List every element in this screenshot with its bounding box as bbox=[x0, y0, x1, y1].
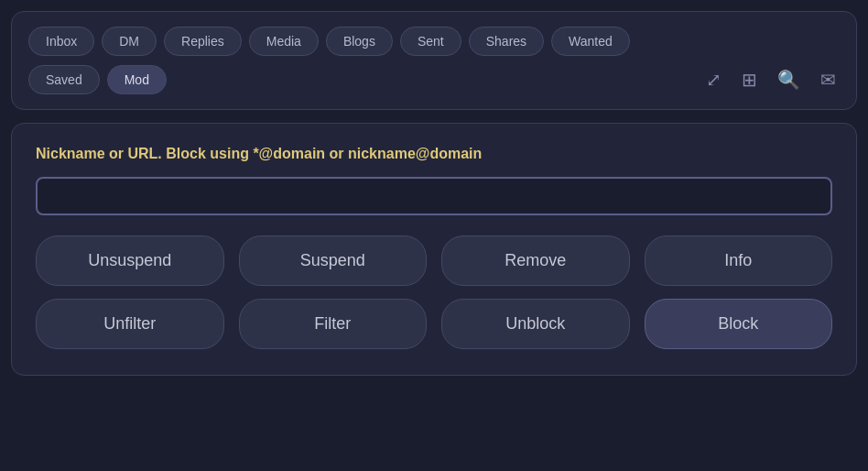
action-btn-filter[interactable]: Filter bbox=[239, 299, 428, 349]
tab-dm[interactable]: DM bbox=[102, 27, 157, 56]
search-icon[interactable]: 🔍 bbox=[774, 65, 804, 94]
action-btn-unsuspend[interactable]: Unsuspend bbox=[36, 236, 224, 286]
action-btn-suspend[interactable]: Suspend bbox=[239, 236, 428, 286]
tab-row-2: SavedMod⤢⊞🔍✉ bbox=[28, 65, 840, 94]
action-grid: UnsuspendSuspendRemoveInfoUnfilterFilter… bbox=[36, 236, 832, 349]
action-btn-block[interactable]: Block bbox=[645, 299, 833, 349]
url-input[interactable] bbox=[36, 177, 832, 215]
tab-blogs[interactable]: Blogs bbox=[326, 27, 393, 56]
action-btn-remove[interactable]: Remove bbox=[441, 236, 630, 286]
tab-saved[interactable]: Saved bbox=[28, 65, 100, 94]
action-btn-unblock[interactable]: Unblock bbox=[441, 299, 630, 349]
expand-icon[interactable]: ⤢ bbox=[702, 65, 725, 94]
tab-shares[interactable]: Shares bbox=[469, 27, 544, 56]
tab-sent[interactable]: Sent bbox=[400, 27, 461, 56]
action-btn-info[interactable]: Info bbox=[645, 236, 833, 286]
tab-row-1: InboxDMRepliesMediaBlogsSentSharesWanted bbox=[28, 27, 840, 56]
main-panel: Nickname or URL. Block using *@domain or… bbox=[11, 123, 857, 376]
icon-group: ⤢⊞🔍✉ bbox=[702, 65, 840, 94]
tab-mod[interactable]: Mod bbox=[107, 65, 167, 94]
mail-icon[interactable]: ✉ bbox=[817, 65, 840, 94]
tab-media[interactable]: Media bbox=[249, 27, 319, 56]
grid-icon[interactable]: ⊞ bbox=[738, 65, 761, 94]
tab-wanted[interactable]: Wanted bbox=[551, 27, 630, 56]
tab-inbox[interactable]: Inbox bbox=[28, 27, 94, 56]
tab-replies[interactable]: Replies bbox=[164, 27, 242, 56]
action-btn-unfilter[interactable]: Unfilter bbox=[36, 299, 224, 349]
top-panel: InboxDMRepliesMediaBlogsSentSharesWanted… bbox=[11, 11, 857, 110]
panel-title: Nickname or URL. Block using *@domain or… bbox=[36, 146, 832, 162]
